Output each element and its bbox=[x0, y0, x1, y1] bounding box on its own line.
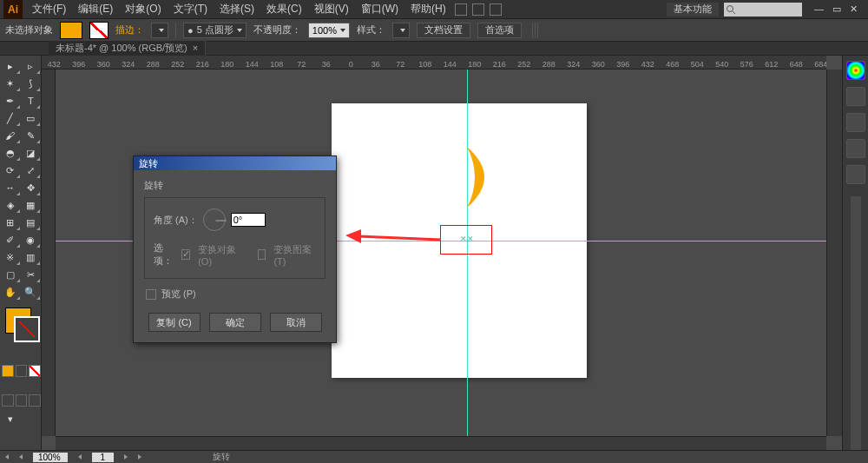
nav-prev-icon[interactable] bbox=[19, 454, 23, 460]
menu-edit[interactable]: 编辑(E) bbox=[72, 2, 119, 17]
gradient-tool[interactable]: ▤ bbox=[21, 214, 42, 231]
menu-help[interactable]: 帮助(H) bbox=[404, 2, 452, 17]
layout2-icon[interactable] bbox=[472, 3, 484, 16]
copy-button[interactable]: 复制 (C) bbox=[148, 313, 201, 332]
menu-type[interactable]: 文字(T) bbox=[168, 2, 214, 17]
menu-view[interactable]: 视图(V) bbox=[308, 2, 355, 17]
none-mode-icon[interactable] bbox=[29, 365, 41, 377]
menu-object[interactable]: 对象(O) bbox=[119, 2, 167, 17]
magic-wand-tool[interactable]: ✶ bbox=[0, 75, 21, 92]
rotate-dialog: 旋转 旋转 角度 (A)： 选项： 变换对象 (O) bbox=[133, 155, 337, 343]
nav-first-icon[interactable] bbox=[5, 454, 9, 460]
annotation-arrow bbox=[345, 229, 450, 255]
pen-tool[interactable]: ✒ bbox=[0, 92, 21, 109]
style-field[interactable] bbox=[392, 23, 410, 38]
ruler-horizontal[interactable]: 4323963603242882522161801441087236036721… bbox=[42, 56, 826, 69]
blob-brush-tool[interactable]: ◓ bbox=[0, 144, 21, 162]
workspace-switcher[interactable]: 基本功能 bbox=[667, 3, 719, 17]
control-bar: 未选择对象 描边： ● 5 点圆形 不透明度： 100% 样式： 文档设置 首选… bbox=[0, 19, 868, 42]
eraser-tool[interactable]: ◪ bbox=[21, 144, 42, 162]
dialog-titlebar[interactable]: 旋转 bbox=[134, 156, 336, 170]
slice-tool[interactable]: ✂ bbox=[21, 266, 42, 283]
line-tool[interactable]: ╱ bbox=[0, 109, 21, 127]
paintbrush-tool[interactable]: 🖌 bbox=[0, 127, 21, 144]
scale-tool[interactable]: ⤢ bbox=[21, 162, 42, 179]
minimize-icon[interactable]: — bbox=[814, 3, 824, 15]
vertical-scrollbar[interactable] bbox=[826, 69, 842, 436]
menu-file[interactable]: 文件(F) bbox=[26, 2, 72, 17]
stroke-swatch[interactable] bbox=[89, 22, 108, 39]
preferences-button[interactable]: 首选项 bbox=[477, 23, 522, 38]
right-panel-dock bbox=[842, 56, 868, 450]
menu-effect[interactable]: 效果(C) bbox=[260, 2, 308, 17]
ok-button[interactable]: 确定 bbox=[209, 313, 261, 332]
zoom-tool[interactable]: 🔍 bbox=[21, 283, 42, 301]
canvas-area[interactable]: 4323963603242882522161801441087236036721… bbox=[42, 56, 842, 450]
menu-window[interactable]: 窗口(W) bbox=[355, 2, 404, 17]
nav-last-icon[interactable] bbox=[138, 454, 141, 460]
hand-tool[interactable]: ✋ bbox=[0, 283, 21, 301]
zoom-field[interactable]: 100% bbox=[33, 453, 68, 462]
angle-knob[interactable] bbox=[203, 208, 226, 231]
no-selection-label: 未选择对象 bbox=[5, 23, 53, 36]
blend-tool[interactable]: ◉ bbox=[21, 231, 42, 248]
transform-pattern-checkbox[interactable] bbox=[258, 249, 266, 260]
draw-inside-icon[interactable] bbox=[29, 394, 41, 407]
color-mode-icon[interactable] bbox=[2, 365, 14, 377]
pencil-tool[interactable]: ✎ bbox=[21, 127, 42, 144]
layout-icon[interactable] bbox=[455, 3, 467, 16]
artboard-next-icon[interactable] bbox=[124, 454, 128, 460]
graph-tool[interactable]: ▥ bbox=[21, 248, 42, 266]
gradient-mode-icon[interactable] bbox=[16, 365, 28, 377]
selection-tool[interactable]: ▸ bbox=[0, 57, 21, 75]
screen-mode-icon[interactable]: ▾ bbox=[0, 410, 21, 427]
rectangle-tool[interactable]: ▭ bbox=[21, 109, 42, 127]
perspective-tool[interactable]: ▦ bbox=[21, 196, 42, 214]
draw-behind-icon[interactable] bbox=[16, 394, 28, 407]
eyedropper-tool[interactable]: ✐ bbox=[0, 231, 21, 248]
swatches-panel-icon[interactable] bbox=[846, 113, 865, 132]
moon-shape[interactable] bbox=[458, 142, 502, 212]
artboard-field[interactable]: 1 bbox=[92, 453, 115, 462]
align-icon[interactable] bbox=[532, 23, 539, 38]
brush-field[interactable]: ● 5 点圆形 bbox=[183, 23, 247, 38]
mesh-tool[interactable]: ⊞ bbox=[0, 214, 21, 231]
workspace-label: 基本功能 bbox=[674, 3, 712, 16]
width-tool[interactable]: ↔ bbox=[0, 179, 21, 196]
gradient-panel-icon[interactable] bbox=[846, 165, 865, 184]
stroke-panel-icon[interactable] bbox=[846, 139, 865, 158]
ruler-vertical[interactable] bbox=[42, 69, 56, 436]
document-setup-button[interactable]: 文档设置 bbox=[417, 23, 470, 38]
type-tool[interactable]: T bbox=[21, 92, 42, 109]
options-label: 选项： bbox=[154, 241, 176, 268]
opacity-label: 不透明度： bbox=[253, 23, 301, 36]
preview-checkbox[interactable] bbox=[146, 289, 156, 300]
shape-builder-tool[interactable]: ◈ bbox=[0, 196, 21, 214]
free-transform-tool[interactable]: ✥ bbox=[21, 179, 42, 196]
lasso-tool[interactable]: ⟆ bbox=[21, 75, 42, 92]
artboard-prev-icon[interactable] bbox=[78, 454, 82, 460]
angle-input[interactable] bbox=[231, 213, 266, 227]
document-tab[interactable]: 未标题-4* @ 100% (RGB/预览) × bbox=[49, 41, 206, 56]
transform-object-checkbox[interactable] bbox=[181, 249, 190, 260]
doc-tabs: 未标题-4* @ 100% (RGB/预览) × bbox=[0, 42, 868, 56]
symbol-sprayer-tool[interactable]: ※ bbox=[0, 248, 21, 266]
layout3-icon[interactable] bbox=[490, 3, 502, 16]
opacity-field[interactable]: 100% bbox=[308, 23, 350, 38]
maximize-icon[interactable]: ▭ bbox=[832, 3, 841, 15]
fill-swatch[interactable] bbox=[60, 22, 82, 39]
stroke-indicator[interactable] bbox=[14, 316, 40, 342]
artboard-tool[interactable]: ▢ bbox=[0, 266, 21, 283]
close-icon[interactable]: ✕ bbox=[850, 3, 858, 15]
panel-collapse-grip[interactable] bbox=[851, 196, 861, 450]
search-input[interactable] bbox=[724, 3, 802, 17]
color-guide-panel-icon[interactable] bbox=[846, 87, 865, 106]
draw-normal-icon[interactable] bbox=[2, 394, 14, 407]
stroke-weight-field[interactable] bbox=[151, 23, 168, 38]
color-panel-icon[interactable] bbox=[846, 61, 865, 80]
cancel-button[interactable]: 取消 bbox=[270, 313, 322, 332]
direct-selection-tool[interactable]: ▹ bbox=[21, 57, 42, 75]
horizontal-scrollbar[interactable] bbox=[56, 436, 826, 450]
menu-select[interactable]: 选择(S) bbox=[214, 2, 260, 17]
rotate-tool[interactable]: ⟳ bbox=[0, 162, 21, 179]
